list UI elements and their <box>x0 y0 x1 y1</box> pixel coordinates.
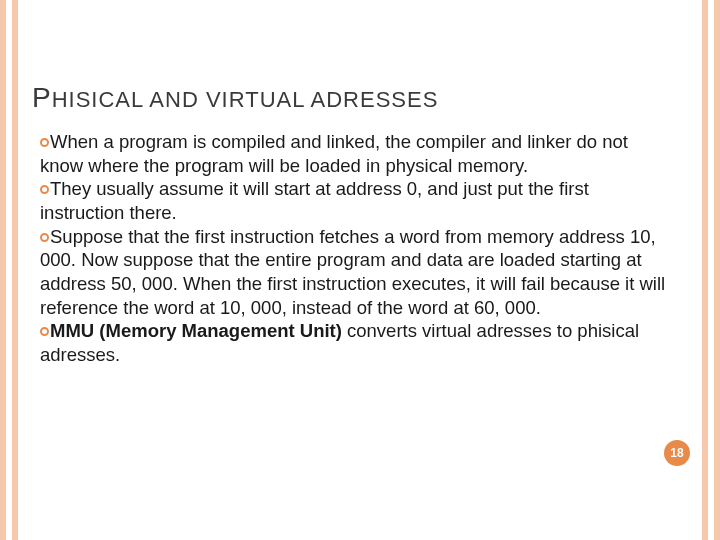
body-paragraph: When a program is compiled and linked, t… <box>40 130 670 367</box>
page-number-badge: 18 <box>664 440 690 466</box>
slide-title: PHISICAL AND VIRTUAL ADRESSES <box>32 82 438 114</box>
bullet-lead: When <box>50 131 98 152</box>
decor-stripe-right-outer <box>714 0 720 540</box>
bullet-rest: that the first instruction fetches a wor… <box>40 226 665 318</box>
page-number: 18 <box>670 446 683 460</box>
slide-body: When a program is compiled and linked, t… <box>40 130 670 367</box>
decor-stripe-right-inner <box>702 0 708 540</box>
bullet-lead: Suppose <box>50 226 123 247</box>
bullet-lead: MMU (Memory Management Unit) <box>50 320 342 341</box>
bullet-rest: usually assume it will start at address … <box>40 178 589 223</box>
decor-stripe-left-outer <box>0 0 6 540</box>
decor-stripe-left-inner <box>12 0 18 540</box>
title-first-letter: P <box>32 82 52 113</box>
title-rest: HISICAL AND VIRTUAL ADRESSES <box>52 87 439 112</box>
bullet-icon <box>40 327 49 336</box>
bullet-icon <box>40 185 49 194</box>
bullet-lead: They <box>50 178 91 199</box>
bullet-rest: a program is compiled and linked, the co… <box>40 131 628 176</box>
bullet-icon <box>40 233 49 242</box>
bullet-icon <box>40 138 49 147</box>
